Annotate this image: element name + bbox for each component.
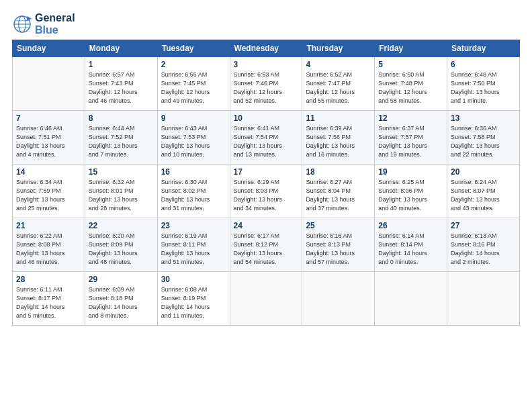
day-number: 21	[16, 221, 81, 230]
day-info: Sunrise: 6:55 AM Sunset: 7:45 PM Dayligh…	[161, 71, 226, 105]
day-info: Sunrise: 6:24 AM Sunset: 8:07 PM Dayligh…	[451, 178, 516, 213]
calendar-day-cell: 9Sunrise: 6:43 AM Sunset: 7:53 PM Daylig…	[157, 111, 230, 165]
weekday-header: Friday	[375, 40, 447, 57]
weekday-header: Sunday	[13, 40, 85, 57]
day-info: Sunrise: 6:43 AM Sunset: 7:53 PM Dayligh…	[161, 124, 226, 159]
weekday-header: Monday	[85, 40, 157, 57]
day-info: Sunrise: 6:44 AM Sunset: 7:52 PM Dayligh…	[89, 124, 154, 159]
calendar-day-cell: 21Sunrise: 6:22 AM Sunset: 8:08 PM Dayli…	[13, 218, 85, 272]
weekday-header: Wednesday	[230, 40, 302, 57]
day-info: Sunrise: 6:48 AM Sunset: 7:50 PM Dayligh…	[451, 71, 516, 105]
day-number: 28	[16, 275, 81, 284]
calendar-day-cell: 5Sunrise: 6:50 AM Sunset: 7:48 PM Daylig…	[375, 57, 447, 111]
day-info: Sunrise: 6:08 AM Sunset: 8:19 PM Dayligh…	[161, 285, 226, 320]
day-number: 3	[234, 60, 299, 69]
day-number: 7	[16, 113, 81, 123]
weekday-header: Thursday	[302, 40, 375, 57]
calendar-week-row: 1Sunrise: 6:57 AM Sunset: 7:43 PM Daylig…	[13, 57, 520, 111]
calendar-day-cell: 22Sunrise: 6:20 AM Sunset: 8:09 PM Dayli…	[85, 218, 157, 272]
day-number: 11	[306, 113, 371, 123]
day-number: 10	[234, 113, 299, 123]
logo-text: General Blue	[35, 12, 75, 36]
calendar-day-cell: 11Sunrise: 6:39 AM Sunset: 7:56 PM Dayli…	[302, 111, 375, 165]
weekday-header: Tuesday	[157, 40, 230, 57]
calendar-day-cell: 7Sunrise: 6:46 AM Sunset: 7:51 PM Daylig…	[13, 111, 85, 165]
page: General Blue SundayMondayTuesdayWednesda…	[0, 0, 532, 411]
day-info: Sunrise: 6:50 AM Sunset: 7:48 PM Dayligh…	[378, 71, 443, 105]
day-info: Sunrise: 6:13 AM Sunset: 8:16 PM Dayligh…	[451, 232, 516, 267]
calendar-day-cell	[302, 272, 375, 326]
day-info: Sunrise: 6:22 AM Sunset: 8:08 PM Dayligh…	[16, 232, 81, 267]
calendar-day-cell: 25Sunrise: 6:16 AM Sunset: 8:13 PM Dayli…	[302, 218, 375, 272]
calendar-day-cell: 24Sunrise: 6:17 AM Sunset: 8:12 PM Dayli…	[230, 218, 302, 272]
day-info: Sunrise: 6:30 AM Sunset: 8:02 PM Dayligh…	[161, 178, 226, 213]
calendar-day-cell: 12Sunrise: 6:37 AM Sunset: 7:57 PM Dayli…	[375, 111, 447, 165]
day-number: 9	[161, 113, 226, 123]
calendar-week-row: 7Sunrise: 6:46 AM Sunset: 7:51 PM Daylig…	[13, 111, 520, 165]
day-info: Sunrise: 6:52 AM Sunset: 7:47 PM Dayligh…	[306, 71, 371, 105]
day-info: Sunrise: 6:39 AM Sunset: 7:56 PM Dayligh…	[306, 124, 371, 159]
calendar-day-cell: 23Sunrise: 6:19 AM Sunset: 8:11 PM Dayli…	[157, 218, 230, 272]
day-number: 23	[161, 221, 226, 230]
day-number: 4	[306, 60, 371, 69]
calendar-day-cell: 19Sunrise: 6:25 AM Sunset: 8:06 PM Dayli…	[375, 165, 447, 218]
calendar-day-cell: 2Sunrise: 6:55 AM Sunset: 7:45 PM Daylig…	[157, 57, 230, 111]
day-number: 2	[161, 60, 226, 69]
weekday-header: Saturday	[447, 40, 520, 57]
calendar-day-cell	[375, 272, 447, 326]
calendar-day-cell: 30Sunrise: 6:08 AM Sunset: 8:19 PM Dayli…	[157, 272, 230, 326]
day-info: Sunrise: 6:36 AM Sunset: 7:58 PM Dayligh…	[451, 124, 516, 159]
day-info: Sunrise: 6:20 AM Sunset: 8:09 PM Dayligh…	[89, 232, 154, 267]
day-info: Sunrise: 6:34 AM Sunset: 7:59 PM Dayligh…	[16, 178, 81, 213]
day-number: 15	[89, 167, 154, 177]
logo-icon	[12, 14, 32, 34]
calendar-day-cell	[230, 272, 302, 326]
calendar-day-cell: 4Sunrise: 6:52 AM Sunset: 7:47 PM Daylig…	[302, 57, 375, 111]
day-number: 25	[306, 221, 371, 230]
day-info: Sunrise: 6:46 AM Sunset: 7:51 PM Dayligh…	[16, 124, 81, 159]
day-info: Sunrise: 6:37 AM Sunset: 7:57 PM Dayligh…	[378, 124, 443, 159]
calendar-day-cell: 14Sunrise: 6:34 AM Sunset: 7:59 PM Dayli…	[13, 165, 85, 218]
day-info: Sunrise: 6:25 AM Sunset: 8:06 PM Dayligh…	[378, 178, 443, 213]
calendar-week-row: 21Sunrise: 6:22 AM Sunset: 8:08 PM Dayli…	[13, 218, 520, 272]
calendar-day-cell	[447, 272, 520, 326]
calendar-day-cell: 8Sunrise: 6:44 AM Sunset: 7:52 PM Daylig…	[85, 111, 157, 165]
header: General Blue	[12, 12, 520, 36]
calendar-day-cell: 17Sunrise: 6:29 AM Sunset: 8:03 PM Dayli…	[230, 165, 302, 218]
calendar-day-cell: 16Sunrise: 6:30 AM Sunset: 8:02 PM Dayli…	[157, 165, 230, 218]
day-number: 18	[306, 167, 371, 177]
day-info: Sunrise: 6:19 AM Sunset: 8:11 PM Dayligh…	[161, 232, 226, 267]
day-info: Sunrise: 6:32 AM Sunset: 8:01 PM Dayligh…	[89, 178, 154, 213]
calendar-day-cell: 20Sunrise: 6:24 AM Sunset: 8:07 PM Dayli…	[447, 165, 520, 218]
calendar-day-cell	[13, 57, 85, 111]
calendar-day-cell: 13Sunrise: 6:36 AM Sunset: 7:58 PM Dayli…	[447, 111, 520, 165]
calendar-day-cell: 3Sunrise: 6:53 AM Sunset: 7:46 PM Daylig…	[230, 57, 302, 111]
day-info: Sunrise: 6:14 AM Sunset: 8:14 PM Dayligh…	[378, 232, 443, 267]
day-info: Sunrise: 6:09 AM Sunset: 8:18 PM Dayligh…	[89, 285, 154, 320]
day-info: Sunrise: 6:41 AM Sunset: 7:54 PM Dayligh…	[234, 124, 299, 159]
calendar-week-row: 14Sunrise: 6:34 AM Sunset: 7:59 PM Dayli…	[13, 165, 520, 218]
day-number: 8	[89, 113, 154, 123]
calendar-day-cell: 26Sunrise: 6:14 AM Sunset: 8:14 PM Dayli…	[375, 218, 447, 272]
calendar-day-cell: 15Sunrise: 6:32 AM Sunset: 8:01 PM Dayli…	[85, 165, 157, 218]
calendar-header-row: SundayMondayTuesdayWednesdayThursdayFrid…	[13, 40, 520, 57]
calendar-table: SundayMondayTuesdayWednesdayThursdayFrid…	[12, 40, 520, 326]
day-number: 6	[451, 60, 516, 69]
calendar-day-cell: 28Sunrise: 6:11 AM Sunset: 8:17 PM Dayli…	[13, 272, 85, 326]
day-info: Sunrise: 6:53 AM Sunset: 7:46 PM Dayligh…	[234, 71, 299, 105]
day-info: Sunrise: 6:57 AM Sunset: 7:43 PM Dayligh…	[89, 71, 154, 105]
day-info: Sunrise: 6:11 AM Sunset: 8:17 PM Dayligh…	[16, 285, 81, 320]
calendar-day-cell: 27Sunrise: 6:13 AM Sunset: 8:16 PM Dayli…	[447, 218, 520, 272]
day-number: 27	[451, 221, 516, 230]
day-number: 26	[378, 221, 443, 230]
day-info: Sunrise: 6:17 AM Sunset: 8:12 PM Dayligh…	[234, 232, 299, 267]
calendar-day-cell: 10Sunrise: 6:41 AM Sunset: 7:54 PM Dayli…	[230, 111, 302, 165]
day-info: Sunrise: 6:29 AM Sunset: 8:03 PM Dayligh…	[234, 178, 299, 213]
day-number: 29	[89, 275, 154, 284]
day-number: 30	[161, 275, 226, 284]
day-number: 13	[451, 113, 516, 123]
day-number: 12	[378, 113, 443, 123]
day-info: Sunrise: 6:27 AM Sunset: 8:04 PM Dayligh…	[306, 178, 371, 213]
day-number: 19	[378, 167, 443, 177]
day-number: 16	[161, 167, 226, 177]
